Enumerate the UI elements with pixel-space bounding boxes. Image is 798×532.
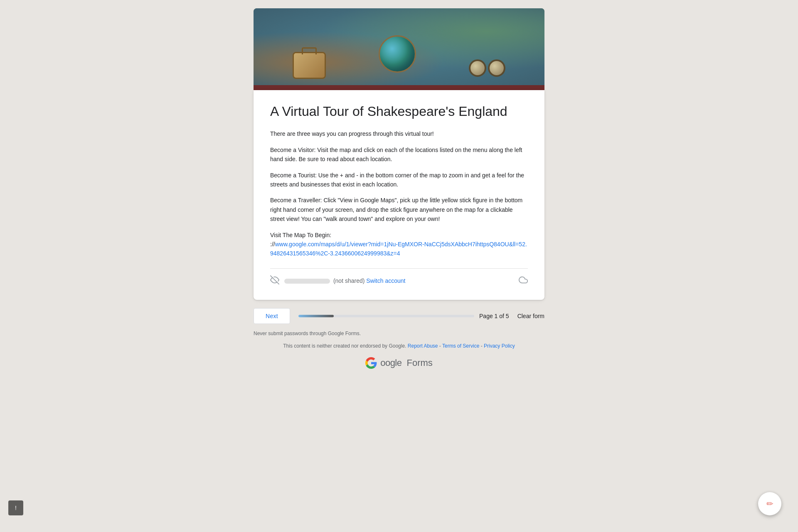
google-footer: This content is neither created nor endo… [254,343,544,369]
bottom-controls: Next Page 1 of 5 Clear form [254,308,544,324]
dash-2: - [481,343,484,349]
description-tourist: Become a Tourist: Use the + and - in the… [270,171,528,189]
card-footer: (not shared) Switch account [270,268,528,287]
account-placeholder [284,279,330,284]
password-warning: Never submit passwords through Google Fo… [254,331,544,336]
privacy-link[interactable]: Privacy Policy [484,343,515,349]
eye-slash-icon [270,275,279,287]
visit-map-line: Visit The Map To Begin: ://www.google.co… [270,230,528,258]
clear-form-button[interactable]: Clear form [517,309,544,323]
google-g-icon [365,357,377,369]
cloud-icon [519,275,528,287]
content-notice: This content is neither created nor endo… [254,343,544,349]
visit-map-prefix: Visit The Map To Begin: [270,232,331,238]
password-warning-text: Never submit passwords through Google Fo… [254,331,544,336]
description-visitor: Become a Visitor: Visit the map and clic… [270,145,528,164]
account-info: (not shared) Switch account [284,277,514,284]
map-link-prefix: :// [270,241,275,248]
map-link[interactable]: www.google.com/maps/d/u/1/viewer?mid=1jN… [270,241,527,257]
google-text: oogle [380,358,401,368]
content-notice-prefix: This content is neither created nor endo… [283,343,406,349]
progress-bar-track [298,315,474,317]
dash-1: - [439,343,442,349]
pencil-icon: ✏ [766,499,773,509]
form-description: There are three ways you can progress th… [270,129,528,258]
terms-link[interactable]: Terms of Service [442,343,479,349]
fab-bug-button[interactable]: ! [8,500,23,515]
google-forms-logo: oogle Forms [254,357,544,369]
switch-account-link[interactable]: Switch account [366,277,405,284]
report-abuse-link[interactable]: Report Abuse [408,343,438,349]
suitcase-decoration [293,52,326,79]
description-intro: There are three ways you can progress th… [270,129,528,138]
next-button[interactable]: Next [254,308,290,324]
not-shared-text: (not shared) [333,277,365,284]
binoculars-decoration [469,59,505,77]
bug-icon: ! [15,505,17,511]
progress-bar-fill [298,315,334,317]
globe-decoration [379,35,416,73]
page-indicator: Page 1 of 5 [479,313,509,319]
description-traveller: Become a Traveller: Click "View in Googl… [270,196,528,223]
header-image [254,8,544,85]
form-card: A Virtual Tour of Shakespeare's England … [254,90,544,300]
accent-bar [254,85,544,90]
fab-pencil-button[interactable]: ✏ [758,492,781,515]
forms-text: Forms [407,358,433,368]
progress-container: Page 1 of 5 [298,313,509,319]
form-title: A Virtual Tour of Shakespeare's England [270,103,528,119]
